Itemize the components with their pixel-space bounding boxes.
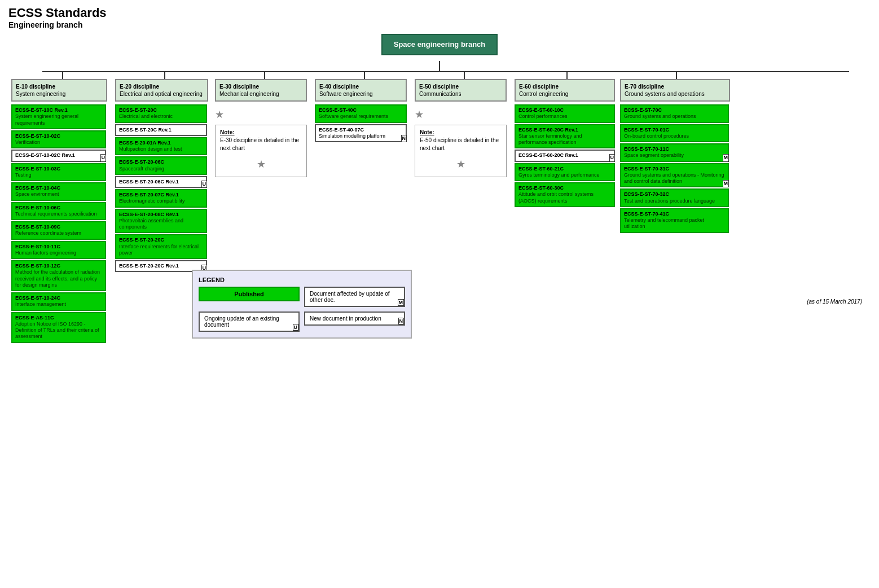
doc-e70-6: ECSS-E-ST-70-41CTelemetry and telecomman… — [620, 208, 729, 233]
doc-e60-1: ECSS-E-ST-60-10CControl performances — [515, 104, 615, 123]
doc-e20-5: ECSS-E-ST-20-06C Rev.1U — [115, 176, 207, 188]
e10-vline — [62, 72, 63, 79]
doc-e10-3: ECSS-E-ST-10-02C Rev.1U — [11, 150, 106, 161]
legend-grid: Published Document affected by update of… — [199, 287, 405, 332]
doc-e20-3: ECSS-E-20-01A Rev.1Multipaction design a… — [115, 137, 207, 156]
doc-e70-3: ECSS-E-ST-70-11CSpace segment operabilit… — [620, 143, 729, 162]
col-e40: E-40 discipline Software engineering ECS… — [315, 72, 414, 143]
disc-e40-name: Software engineering — [319, 91, 373, 97]
doc-e10-11: ECSS-E-AS-11CAdoption Notice of ISO 1629… — [11, 312, 106, 343]
col-e60: E-60 discipline Control engineering ECSS… — [515, 72, 619, 208]
disc-e70: E-70 discipline Ground systems and opera… — [620, 79, 730, 102]
doc-e20-1: ECSS-E-ST-20CElectrical and electronic — [115, 104, 207, 123]
disc-e10: E-10 discipline System engineering — [11, 79, 107, 102]
e40-vline — [364, 72, 365, 79]
doc-e70-4: ECSS-E-ST-70-31CGround systems and opera… — [620, 163, 729, 188]
legend-item-affected: Document affected by update of other doc… — [304, 287, 405, 307]
doc-e60-2: ECSS-E-ST-60-20C Rev.1Star sensor termin… — [515, 124, 615, 149]
legend-published-box: Published — [199, 287, 300, 301]
e10-docs: ECSS-E-ST-10C Rev.1System engineering ge… — [11, 104, 114, 344]
title-block: ECSS Standards Engineering branch — [8, 6, 871, 29]
doc-e60-4: ECSS-E-ST-60-21CGyros terminology and pe… — [515, 163, 615, 182]
e70-docs: ECSS-E-ST-70CGround systems and operatio… — [620, 104, 733, 234]
doc-e20-8: ECSS-E-ST-20-20CInterface requirements f… — [115, 234, 207, 259]
as-of-date: (as of 15 March 2017) — [807, 299, 862, 305]
doc-e10-6: ECSS-E-ST-10-06CTechnical requirements s… — [11, 202, 106, 221]
e30-star: ★ — [215, 107, 224, 122]
disc-e30: E-30 discipline Mechanical engineering — [215, 79, 307, 102]
doc-e70-5: ECSS-E-ST-70-32CTest and operations proc… — [620, 188, 729, 207]
e40-docs: ECSS-E-ST-40CSoftware general requiremen… — [315, 104, 414, 143]
doc-e10-1: ECSS-E-ST-10C Rev.1System engineering ge… — [11, 104, 106, 129]
legend-ongoing-box: Ongoing update of an existing documentU — [199, 311, 300, 332]
e20-docs: ECSS-E-ST-20CElectrical and electronic E… — [115, 104, 214, 273]
doc-e10-4: ECSS-E-ST-10-03CTesting — [11, 163, 106, 182]
legend-affected-box: Document affected by update of other doc… — [304, 287, 405, 307]
e30-vline — [264, 72, 265, 79]
e60-vline — [566, 72, 568, 79]
doc-e20-2: ECSS-E-ST-20C Rev.1 — [115, 124, 207, 136]
disc-e60: E-60 discipline Control engineering — [515, 79, 615, 102]
disc-e40: E-40 discipline Software engineering — [315, 79, 407, 102]
doc-e10-7: ECSS-E-ST-10-09CReference coordinate sys… — [11, 221, 106, 240]
doc-e10-8: ECSS-E-ST-10-11CHuman factors engineerin… — [11, 241, 106, 260]
col-e20: E-20 discipline Electrical and optical e… — [115, 72, 214, 273]
doc-e20-7: ECSS-E-ST-20-08C Rev.1Photovoltaic assem… — [115, 209, 207, 234]
page: ECSS Standards Engineering branch Space … — [0, 0, 879, 350]
disciplines-row: E-10 discipline System engineering ECSS-… — [8, 72, 871, 344]
doc-e20-6: ECSS-E-ST-20-07C Rev.1Electromagnetic co… — [115, 189, 207, 208]
doc-e70-1: ECSS-E-ST-70CGround systems and operatio… — [620, 104, 729, 123]
legend-item-published: Published — [199, 287, 300, 307]
tree-root: Space engineering branch — [8, 34, 871, 55]
disc-e20-name: Electrical and optical engineering — [120, 91, 203, 97]
disc-e70-name: Ground systems and operations — [625, 91, 705, 97]
disc-e60-id: E-60 discipline — [519, 84, 559, 90]
col-e70: E-70 discipline Ground systems and opera… — [620, 72, 733, 234]
doc-e10-2: ECSS-E-ST-10-02CVerification — [11, 130, 106, 149]
doc-e10-9: ECSS-E-ST-10-12CMethod for the calculati… — [11, 260, 106, 291]
root-vline — [439, 61, 440, 71]
legend-new-box: New document in productionN — [304, 311, 405, 326]
doc-e10-5: ECSS-E-ST-10-04CSpace environment — [11, 182, 106, 201]
e20-vline — [164, 72, 165, 79]
doc-e10-10: ECSS-E-ST-10-24CInterface management — [11, 292, 106, 311]
doc-e60-3: ECSS-E-ST-60-20C Rev.1U — [515, 150, 615, 161]
disc-e20: E-20 discipline Electrical and optical e… — [115, 79, 208, 102]
legend: LEGEND Published Document affected by up… — [192, 270, 412, 339]
e50-note: Note: E-50 discipline is detailed in the… — [415, 125, 507, 177]
legend-item-ongoing: Ongoing update of an existing documentU — [199, 311, 300, 332]
disc-e10-name: System engineering — [16, 91, 65, 97]
disc-e60-name: Control engineering — [519, 91, 568, 97]
main-title: ECSS Standards — [8, 6, 871, 20]
disc-e70-id: E-70 discipline — [625, 84, 664, 90]
disc-e50: E-50 discipline Communications — [415, 79, 507, 102]
disc-e30-name: Mechanical engineering — [219, 91, 279, 97]
e30-note: Note: E-30 discipline is detailed in the… — [215, 125, 307, 177]
root-box: Space engineering branch — [381, 34, 498, 55]
disc-e50-id: E-50 discipline — [419, 84, 459, 90]
col-e10: E-10 discipline System engineering ECSS-… — [11, 72, 114, 344]
disc-e20-id: E-20 discipline — [120, 84, 159, 90]
disc-e40-id: E-40 discipline — [319, 84, 359, 90]
doc-e60-5: ECSS-E-ST-60-30CAttitude and orbit contr… — [515, 182, 615, 207]
e50-vline — [464, 72, 465, 79]
subtitle: Engineering branch — [8, 20, 871, 29]
e50-star: ★ — [415, 107, 424, 122]
col-e30: E-30 discipline Mechanical engineering ★… — [215, 72, 314, 180]
col-e50: E-50 discipline Communications ★ Note: E… — [415, 72, 513, 180]
legend-item-new: New document in productionN — [304, 311, 405, 332]
doc-e40-1: ECSS-E-ST-40CSoftware general requiremen… — [315, 104, 407, 123]
doc-e40-2: ECSS-E-ST-40-07CSimulation modelling pla… — [315, 124, 407, 143]
doc-e20-4: ECSS-E-ST-20-06CSpacecraft charging — [115, 156, 207, 175]
h-connector — [42, 71, 849, 72]
disc-e10-id: E-10 discipline — [16, 84, 55, 90]
disc-e30-id: E-30 discipline — [219, 84, 259, 90]
e70-vline — [676, 72, 677, 79]
e60-docs: ECSS-E-ST-60-10CControl performances ECS… — [515, 104, 619, 208]
doc-e70-2: ECSS-E-ST-70-01COn-board control procedu… — [620, 124, 729, 143]
disc-e50-name: Communications — [419, 91, 461, 97]
root-connector — [8, 61, 871, 71]
legend-title: LEGEND — [199, 277, 405, 283]
